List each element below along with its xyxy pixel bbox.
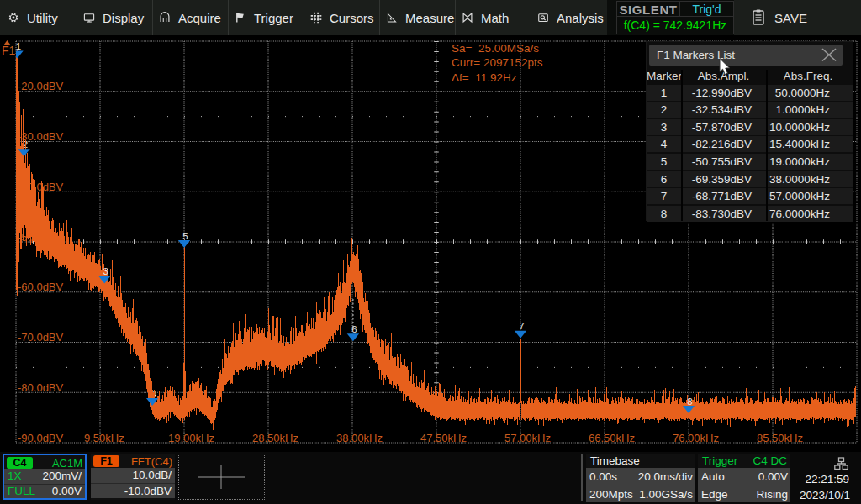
svg-text:28.50kHz: 28.50kHz [252,432,298,444]
svg-text:5: 5 [182,231,188,241]
svg-text:76.00kHz: 76.00kHz [673,432,719,444]
svg-text:Δf= 11.92Hz: Δf= 11.92Hz [452,71,517,84]
svg-text:8: 8 [687,396,692,407]
svg-text:47.50kHz: 47.50kHz [420,432,467,444]
svg-text:F1: F1 [2,44,16,57]
svg-text:85.50kHz: 85.50kHz [757,432,803,444]
svg-text:1: 1 [16,41,21,51]
svg-text:Sa= 25.00MSa/s: Sa= 25.00MSa/s [452,42,539,55]
svg-text:-60.0dBV: -60.0dBV [18,281,64,293]
svg-text:-80.0dBV: -80.0dBV [18,381,64,394]
svg-text:6: 6 [351,324,357,334]
svg-text:19.00kHz: 19.00kHz [168,432,214,444]
svg-text:3: 3 [103,266,108,276]
svg-text:7: 7 [519,321,524,331]
svg-text:9.50kHz: 9.50kHz [84,432,124,444]
svg-text:-20.0dBV: -20.0dBV [18,80,64,92]
svg-text:Curr= 2097152pts: Curr= 2097152pts [452,56,543,69]
svg-text:-70.0dBV: -70.0dBV [18,331,64,344]
svg-text:66.50kHz: 66.50kHz [589,432,635,444]
svg-text:38.00kHz: 38.00kHz [336,432,383,444]
svg-text:57.00kHz: 57.00kHz [504,432,551,444]
svg-text:-90.0dBV: -90.0dBV [18,432,64,444]
